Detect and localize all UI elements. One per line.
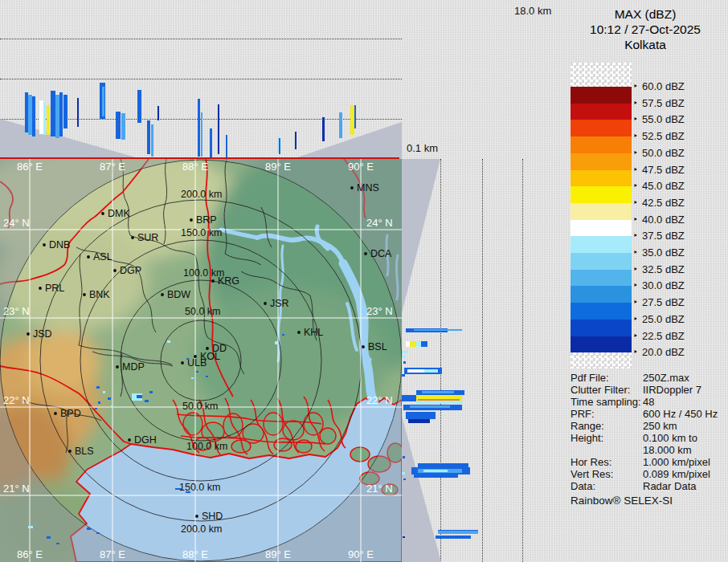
legend-tick-arrow: ‣ bbox=[633, 295, 638, 310]
city-dot bbox=[264, 302, 267, 305]
city-dot bbox=[206, 347, 209, 350]
echo-bar bbox=[402, 374, 405, 377]
lat-label: 23° N bbox=[366, 305, 393, 317]
legend-tick-arrow: ‣ bbox=[633, 146, 638, 161]
city-label: DNB bbox=[49, 239, 70, 250]
lon-label: 86° E bbox=[17, 161, 43, 173]
metadata-row: Clutter Filter:IIRDoppler 7 bbox=[571, 384, 728, 396]
legend-label: 30.0 dBZ bbox=[642, 279, 685, 293]
metadata-value: 18.000 km bbox=[643, 444, 692, 456]
legend-tick-arrow: ‣ bbox=[633, 345, 638, 360]
ns-height-panel bbox=[402, 159, 567, 562]
metadata-row: Vert Res:0.089 km/pixel bbox=[571, 468, 728, 480]
radar-map: 86° E 87° E 88° E 89° E 90° E 86° E 87° … bbox=[0, 159, 402, 562]
metadata-label: Vert Res: bbox=[571, 468, 613, 480]
lon-label: 90° E bbox=[348, 548, 374, 560]
echo-speck bbox=[175, 488, 182, 490]
echo-speck bbox=[137, 395, 142, 398]
echo-speck bbox=[191, 377, 194, 379]
echo-speck bbox=[186, 358, 189, 360]
echo-bar bbox=[402, 395, 416, 401]
station-name: Kolkata bbox=[562, 37, 728, 52]
legend-swatch bbox=[571, 220, 632, 237]
lon-label: 86° E bbox=[17, 548, 43, 560]
city-label: BSL bbox=[368, 341, 387, 352]
echo-speck bbox=[56, 543, 59, 544]
echo-speck bbox=[167, 340, 170, 343]
echo-speck bbox=[96, 386, 100, 389]
echo-bar bbox=[43, 103, 46, 135]
metadata-label: Height: bbox=[571, 432, 603, 444]
legend-label: 35.0 dBZ bbox=[642, 246, 685, 260]
lon-label: 87° E bbox=[100, 548, 125, 560]
echo-speck bbox=[186, 491, 190, 493]
metadata-value: 250 km bbox=[643, 420, 677, 432]
metadata-value: 48 bbox=[643, 396, 654, 408]
legend-tick-arrow: ‣ bbox=[633, 96, 638, 111]
echo-bar bbox=[201, 112, 202, 157]
city-dot bbox=[27, 332, 30, 336]
metadata-row: Hor Res:1.000 km/pixel bbox=[571, 456, 728, 468]
city-dot bbox=[181, 361, 184, 364]
echo-bar bbox=[410, 405, 450, 408]
height-gridline bbox=[0, 39, 402, 39]
lat-label: 21° N bbox=[366, 483, 393, 495]
echo-bar bbox=[102, 87, 104, 116]
echo-bar bbox=[354, 105, 356, 128]
echo-bar bbox=[416, 401, 462, 404]
ew-height-panel bbox=[0, 0, 402, 159]
city-dot bbox=[83, 293, 86, 296]
legend-tick-arrow: ‣ bbox=[633, 196, 638, 210]
city-label: JSD bbox=[33, 328, 52, 340]
city-dot bbox=[131, 236, 134, 239]
city-label: DCA bbox=[370, 248, 392, 259]
echo-bar bbox=[403, 536, 405, 538]
metadata-row: 18.000 km bbox=[571, 444, 728, 456]
city-label: DGH bbox=[134, 434, 157, 446]
lat-label: 24° N bbox=[366, 217, 393, 229]
city-dot bbox=[161, 293, 164, 296]
legend-tick-arrow: ‣ bbox=[633, 163, 638, 177]
metadata-value: 0.089 km/pixel bbox=[643, 468, 710, 480]
echo-speck bbox=[103, 391, 105, 393]
city-label: BRP bbox=[196, 214, 217, 226]
legend-tick-arrow: ‣ bbox=[633, 229, 638, 243]
legend-label: 25.0 dBZ bbox=[642, 312, 685, 327]
lat-label: 22° N bbox=[366, 394, 393, 406]
legend-swatch bbox=[571, 87, 632, 104]
echo-bar bbox=[77, 98, 79, 127]
echo-bar bbox=[408, 419, 430, 423]
legend-swatch bbox=[571, 303, 632, 320]
metadata-value: Radar Data bbox=[643, 480, 696, 492]
city-label: JSR bbox=[270, 298, 289, 309]
echo-bar bbox=[406, 412, 436, 419]
lon-label: 88° E bbox=[182, 161, 208, 173]
legend-tick-arrow: ‣ bbox=[633, 79, 638, 94]
lat-label: 21° N bbox=[3, 483, 30, 495]
city-label: ASL bbox=[93, 251, 112, 263]
lat-label: 23° N bbox=[3, 305, 30, 317]
legend-swatch bbox=[571, 270, 632, 287]
echo-speck bbox=[149, 391, 153, 393]
legend-tick-arrow: ‣ bbox=[633, 329, 638, 344]
height-gridline bbox=[522, 159, 523, 562]
city-label: SUR bbox=[137, 232, 158, 243]
echo-bar bbox=[423, 470, 448, 472]
legend-swatch bbox=[571, 136, 632, 153]
echo-bar bbox=[210, 128, 212, 157]
min-height-label: 0.1 km bbox=[407, 142, 438, 154]
echo-bar bbox=[121, 113, 125, 140]
legend-swatch bbox=[571, 320, 632, 336]
legend-label: 27.5 dBZ bbox=[642, 295, 685, 310]
legend-tick-arrow: ‣ bbox=[633, 279, 638, 293]
legend-tick-arrow: ‣ bbox=[633, 263, 638, 277]
echo-bar bbox=[151, 124, 153, 157]
legend-label: 60.0 dBZ bbox=[642, 79, 685, 94]
city-label: KRG bbox=[218, 275, 239, 287]
legend-tick-arrow: ‣ bbox=[633, 179, 638, 193]
legend-label: 57.5 dBZ bbox=[642, 96, 685, 111]
height-gridline bbox=[440, 159, 441, 562]
echo-bar bbox=[424, 369, 438, 373]
echo-bar bbox=[59, 92, 63, 136]
city-label: BNK bbox=[89, 289, 110, 300]
